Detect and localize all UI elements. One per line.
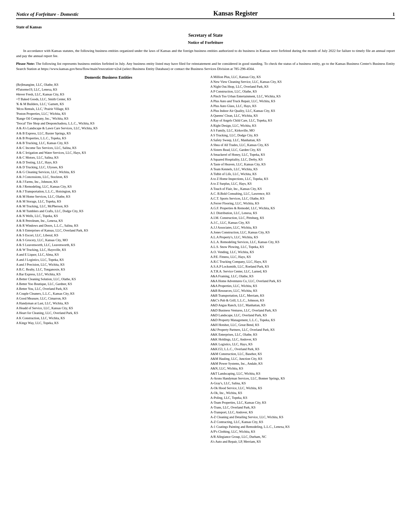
domestic-title: Domestic Business Entities [16,75,201,80]
list-item: A Queens' Clean, LLC, Wichita, KS [210,113,395,118]
list-item: A Better You, LLC, Overland Park, KS [16,287,201,291]
header-center-title: Kansas Register [79,10,392,17]
list-item: A K Construction, LLC, Wichita, KS [16,316,201,320]
list-item: A.S.A.P Locksmith, LLC, Roeland Park, KS [210,264,395,269]
list-item: A.P.E. Fitness, LLC, Hays, KS [210,255,395,259]
list-item: A & M Tumblers and Crafts, LLC, Dodge Ci… [16,209,201,213]
list-item: A and E Liquor, LLC, Alma, KS [16,252,201,257]
list-item: A&M Construction, LLC, Basehor, KS [210,352,395,356]
list-item: A.L.A Property's, LLC, Wichita, KS [210,235,395,240]
list-item: A Touch of Flair, Inc., Kansas City, KS [210,187,395,191]
list-item: A.J.J Associates, LLC, Wichita, KS [210,225,395,230]
list-item: A & B Express, LLC, Baxter Springs, KS [16,131,201,136]
list-item: 'Poston Properties, LLC,' Wichita, KS [16,112,201,116]
list-item: A Plus Auto Glass, LLC, Hays, KS [210,104,395,108]
list-item: 'K & M Builders, LLC,' Garnett, KS [16,102,201,106]
list-item: A to Z Home Inspections, LLC, Topeka, KS [210,177,395,181]
body-text: In accordance with Kansas statutes, the … [16,48,395,72]
list-item: A&H Hotshot, LLC, Great Bend, KS [210,323,395,327]
list-item: A.L.A. Remodeling Services, LLC, Kansas … [210,240,395,244]
list-item: A&K Enterprises, LLC, Olathe, KS [210,332,395,337]
list-item: 'Range Oil Company, Inc.,' Wichita, KS [16,116,201,121]
list-item: A's Auto and Repair, LP, Merriam, KS [210,439,395,444]
list-item: A-Team Properties, LLC, Kansas City, KS [210,400,395,405]
list-item: A-Trans, LLC, Overland Park, KS [210,405,395,410]
list-item: A & D Trucking, LLC, Ulysses, KS [16,165,201,170]
list-item: A Shea of All Trades, LLC, Kansas City, … [210,143,395,147]
list-item: A Plus Auto and Truck Repair, LLC, Wichi… [210,99,395,103]
list-item: A & S Enterprises of Kansas, LLC, Overla… [16,228,201,233]
list-item: A&B Transportation, LLC, Merriam, KS [210,293,395,298]
list-item: A.Jones Construction, LLC, Kansas City, … [210,230,395,235]
list-item: A Better Cleaning Solution, LLC, Olathe,… [16,277,201,281]
list-item: A & M Trucking, LLC, McPherson, KS [16,204,201,209]
list-item: A-Arons Handyman Services, LLC, Bonner S… [210,376,395,381]
list-item: A&K Holdings, LLC, Andover, KS [210,337,395,342]
list-item: A Better Yoo Boutique, LLC, Gardner, KS [16,282,201,286]
list-item: A & J Farms, Inc., Johnson, KS [16,180,201,184]
list-item: A&T Landscaping, LLC, Wichita, KS [210,371,395,376]
list-item: A S Trucking, LLC, Dodge City, KS [210,133,395,138]
list-item: A Smackerel of Honey, LLC, Topeka, KS [210,153,395,157]
list-item: A Couple Cleaners, L.L.C., Kansas City, … [16,291,201,296]
right-column: A Million Plus, LLC, Kansas City, KSA Ne… [210,75,395,444]
list-item: A Taste of Heaven, LLC, Kansas City, KS [210,162,395,167]
header-page-number: 1 [393,12,395,17]
list-item: A&N, LLC, Wichita, KS [210,366,395,371]
list-item: A & S Leavenworth, LLC, Leavenworth, KS [16,243,201,247]
secretary-title: Secretary of State [16,33,395,38]
list-item: A&B Resources, LLC, Wichita, KS [210,289,395,293]
list-item: A & C Income Tax Services, LLC, Salina, … [16,146,201,150]
list-item: A & G Cleaning Services, LLC, Wichita, K… [16,170,201,174]
notice-title: Notice of Forfeiture [16,40,395,45]
list-item: A.I.M. Construction, LLC, Pittsburg, KS [210,216,395,220]
list-item: A Right Design, LLC, Wichita, KS [210,123,395,128]
list-item: A B.C. Realty, LLC, Tonganoxie, KS [16,267,201,272]
list-item: A.I. Distribution, LLC, Lenexa, KS [210,211,395,215]
list-item: A & R Windows and Doors, L.L.C., Salina,… [16,223,201,228]
list-item: A&D Landscape, LLC, Overland Park, KS [210,313,395,318]
list-item: A.R.C Trucking Company, LLC, Hays, KS [210,260,395,264]
list-item: A Heart for Cleaning, LLC, Overland Park… [16,311,201,315]
list-item: A Headd of Service, LLC, Kansas City, KS [16,306,201,310]
list-item: A & S Grocery, LLC, Kansas City, MO [16,238,201,242]
body-paragraph-2: Please Note: The following list represen… [16,61,395,72]
list-item: A P Construction, LLC, Olathe, KS [210,89,395,94]
list-item: A & J Remodeling, LLC, Kansas City, KS [16,184,201,189]
list-item: A&A Framing, LLC, Olathe, KS [210,274,395,279]
content-area: Domestic Business Entities (Re)Imangine,… [16,75,395,444]
list-item: A & B Properties, L.L.C., Topeka, KS [16,136,201,141]
list-item: A Safety Sweep, LLC, Manhattan, KS [210,138,395,143]
list-item: A&C's Pub & Grill, L.L.C., Johnson, KS [210,298,395,303]
list-item: A & B Trucking, LLC, Kansas City, KS [16,141,201,145]
list-item: A and J Logistics, LLC, Topeka, KS [16,258,201,262]
list-item: A-Ok Hood Service, LLC, Wichita, KS [210,386,395,390]
list-item: A&K153, L.L.C., Overland Park, KS [210,347,395,351]
list-item: A&A Home Adventures Co, LLC, Overland Pa… [210,279,395,283]
state-title: State of Kansas [16,25,395,30]
list-item: A Tidbit of Life, LLC, Wichita, KS [210,172,395,176]
left-column: Domestic Business Entities (Re)Imangine,… [16,75,201,444]
list-item: #4ever Fresh, LLC, Kansas City, KS [16,92,201,97]
list-item: A S Family, LLC, Kirksville, MO [210,128,395,133]
list-item: A Good Measure, LLC, Cimarron, KS [16,296,201,301]
list-item: A-Z Contracting, LLC, Kansas City, KS [210,420,395,424]
list-item: A.T.R.A. Service Center, LLC, Larned, KS [210,269,395,274]
list-item: A/P's Clothing, LLC, Wichita, KS [210,429,395,434]
list-item: A Night Out.Shop, LLC, Overland Park, KS [210,84,395,89]
page-header: Notice of Forfeiture - Domestic Kansas R… [16,10,395,19]
list-item: A & J Transportation, L.L.C., Hoisington… [16,189,201,194]
list-item: A-Z Cleaning and Detailing Service, LLC,… [210,415,395,419]
left-entity-list: (Re)Imangine, LLC, Olathe, KS#Tutorme19,… [16,83,201,325]
list-item: A & C Motors, LLC, Salina, KS [16,155,201,160]
list-item: A-Poling, LLC, Topeka, KS [210,396,395,400]
right-entity-list: A Million Plus, LLC, Kansas City, KSA Ne… [210,75,395,444]
list-item: A & M Home Services, LLC, Olathe, KS [16,194,201,199]
list-item: A-1 Coatings Painting and Remodeling, L.… [210,425,395,429]
list-item: A and J Precision, LLC, Wichita, KS [16,262,201,267]
list-item: 'Teocal' Tire Shop and Desponchadora, L.… [16,121,201,126]
list-item: A & D Testing, LLC, Hays, KS [16,160,201,165]
list-item: A New View Cleaning Service, LLC, Kansas… [210,80,395,84]
list-item: A.G.F. Properties & Remodel, LLC, Wichit… [210,206,395,211]
list-item: A Squared Hospitality, LLC, Derby, KS [210,157,395,162]
